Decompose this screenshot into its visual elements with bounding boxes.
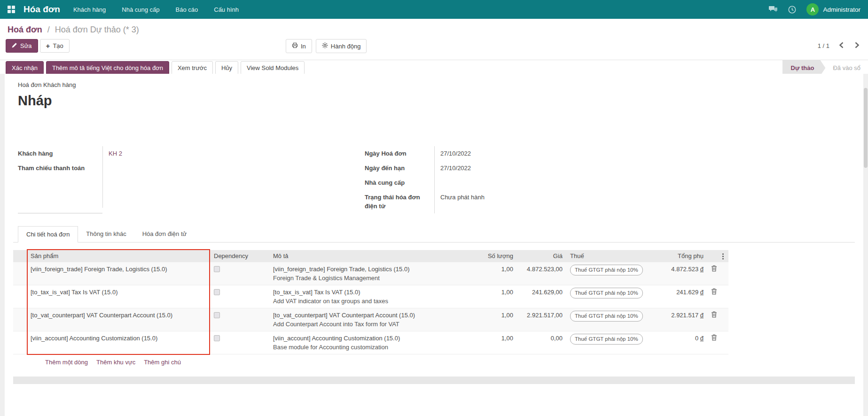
- tab-einvoice[interactable]: Hóa đơn điện tử: [134, 226, 195, 243]
- cancel-button[interactable]: Hủy: [215, 61, 238, 75]
- column-tax[interactable]: Thuế: [566, 250, 652, 262]
- view-sold-modules-button[interactable]: View Sold Modules: [241, 61, 305, 75]
- cell-quantity: 1,00: [463, 308, 517, 331]
- tab-other-info[interactable]: Thông tin khác: [78, 226, 134, 243]
- add-vietnamese-description-button[interactable]: Thêm mô tả tiếng Việt cho dòng hóa đơn: [46, 61, 169, 75]
- cell-product: [to_vat_counterpart] VAT Counterpart Acc…: [27, 308, 210, 331]
- currency-symbol: đ: [700, 289, 704, 296]
- apps-grid-icon[interactable]: [8, 6, 15, 13]
- main-menu: Khách hàng Nhà cung cấp Báo cáo Cấu hình: [73, 6, 239, 13]
- table-row[interactable]: [to_tax_is_vat] Tax Is VAT (15.0) [to_ta…: [13, 285, 728, 308]
- add-line-link[interactable]: Thêm một dòng: [45, 359, 88, 366]
- dependency-checkbox[interactable]: [214, 335, 220, 341]
- column-quantity[interactable]: Số lượng: [463, 250, 517, 262]
- user-menu[interactable]: A Administrator: [806, 3, 860, 16]
- table-row[interactable]: [viin_account] Accounting Customization …: [13, 331, 728, 354]
- dependency-checkbox[interactable]: [214, 312, 220, 318]
- tab-invoice-lines[interactable]: Chi tiết hoá đơn: [18, 226, 78, 243]
- row-handle-header: [13, 250, 27, 262]
- cell-description: [to_vat_counterpart] VAT Counterpart Acc…: [269, 308, 463, 331]
- menu-vendors[interactable]: Nhà cung cấp: [122, 6, 159, 13]
- create-button[interactable]: + Tạo: [40, 39, 70, 53]
- menu-settings[interactable]: Cấu hình: [214, 6, 239, 13]
- column-description[interactable]: Mô tả: [269, 250, 463, 262]
- currency-symbol: đ: [700, 335, 704, 342]
- user-avatar: A: [806, 3, 819, 16]
- delete-row-button[interactable]: [711, 265, 717, 272]
- cell-quantity: 1,00: [463, 262, 517, 285]
- vertical-scrollbar-thumb[interactable]: [864, 88, 868, 168]
- column-product[interactable]: Sản phẩm: [27, 250, 210, 262]
- menu-customers[interactable]: Khách hàng: [73, 6, 106, 13]
- table-header-row: Sản phẩm Dependency Mô tả Số lượng Giá T…: [13, 250, 728, 262]
- confirm-button[interactable]: Xác nhận: [6, 61, 44, 75]
- customer-label: Khách hàng: [18, 146, 102, 161]
- plus-icon: +: [46, 43, 50, 48]
- vertical-scrollbar-track[interactable]: [863, 74, 868, 416]
- tax-badge: Thuế GTGT phải nộp 10%: [570, 265, 643, 275]
- table-row[interactable]: [to_vat_counterpart] VAT Counterpart Acc…: [13, 308, 728, 331]
- tax-badge: Thuế GTGT phải nộp 10%: [570, 334, 643, 345]
- add-note-link[interactable]: Thêm ghi chú: [144, 359, 181, 366]
- action-button[interactable]: Hành động: [316, 39, 367, 53]
- breadcrumb-parent[interactable]: Hoá đơn: [8, 25, 42, 34]
- payment-reference-value: [102, 161, 365, 208]
- supplier-label: Nhà cung cấp: [365, 175, 434, 190]
- cell-price: 2.921.517,00: [517, 308, 566, 331]
- pager-next-button[interactable]: [853, 41, 860, 51]
- field-customer: Khách hàng KH 2: [18, 146, 365, 161]
- activities-clock-icon[interactable]: [788, 6, 796, 14]
- messages-icon[interactable]: [768, 6, 778, 13]
- cell-quantity: 1,00: [463, 331, 517, 354]
- navbar-right: A Administrator: [768, 3, 860, 16]
- dependency-checkbox[interactable]: [214, 289, 220, 295]
- currency-symbol: đ: [700, 266, 704, 273]
- delete-row-button[interactable]: [711, 334, 717, 341]
- preview-button[interactable]: Xem trước: [172, 61, 213, 75]
- customer-value-link[interactable]: KH 2: [109, 150, 122, 157]
- field-due-date: Ngày đến hạn 27/10/2022: [365, 161, 855, 175]
- column-subtotal[interactable]: Tổng phụ: [652, 250, 707, 262]
- optional-columns-header: [707, 250, 728, 262]
- page-title: Nháp: [18, 93, 855, 109]
- cell-quantity: 1,00: [463, 285, 517, 308]
- dependency-checkbox[interactable]: [214, 266, 220, 272]
- field-supplier: Nhà cung cấp: [365, 175, 855, 190]
- cell-product: [viin_account] Accounting Customization …: [27, 331, 210, 354]
- table-row[interactable]: [viin_foreign_trade] Foreign Trade, Logi…: [13, 262, 728, 285]
- invoice-date-value: 27/10/2022: [434, 146, 855, 161]
- field-payment-reference: Tham chiếu thanh toán: [18, 161, 365, 208]
- column-dependency[interactable]: Dependency: [210, 250, 269, 262]
- breadcrumb-current: Hoá đơn Dự thảo (* 3): [55, 25, 139, 34]
- edit-button[interactable]: Sửa: [6, 39, 38, 53]
- menu-reports[interactable]: Báo cáo: [176, 6, 198, 13]
- add-section-link[interactable]: Thêm khu vực: [96, 359, 135, 366]
- top-navbar: Hóa đơn Khách hàng Nhà cung cấp Báo cáo …: [0, 0, 868, 19]
- horizontal-scrollbar[interactable]: [13, 377, 855, 384]
- cell-subtotal: 2.921.517 đ: [652, 308, 707, 331]
- page-background: Hoá đơn Khách hàng Nháp Khách hàng KH 2 …: [0, 74, 868, 416]
- cell-description: [to_tax_is_vat] Tax Is VAT (15.0) Add VA…: [269, 285, 463, 308]
- cell-subtotal: 0 đ: [652, 331, 707, 354]
- notebook-tabs: Chi tiết hoá đơn Thông tin khác Hóa đơn …: [13, 226, 855, 243]
- cell-description: [viin_foreign_trade] Foreign Trade, Logi…: [269, 262, 463, 285]
- cell-subtotal: 241.629 đ: [652, 285, 707, 308]
- supplier-value: [434, 175, 855, 190]
- table-footer-links: Thêm một dòng Thêm khu vực Thêm ghi chú: [13, 354, 728, 370]
- tax-badge: Thuế GTGT phải nộp 10%: [570, 311, 643, 322]
- payment-reference-label: Tham chiếu thanh toán: [18, 161, 102, 208]
- cell-description: [viin_account] Accounting Customization …: [269, 331, 463, 354]
- app-brand[interactable]: Hóa đơn: [23, 4, 60, 15]
- form-sheet: Hoá đơn Khách hàng Nháp Khách hàng KH 2 …: [5, 74, 863, 416]
- delete-row-button[interactable]: [711, 311, 717, 318]
- optional-columns-icon[interactable]: [722, 253, 724, 255]
- pager-previous-button[interactable]: [838, 41, 845, 51]
- print-button[interactable]: In: [286, 39, 312, 53]
- delete-row-button[interactable]: [711, 288, 717, 295]
- document-type-label: Hoá đơn Khách hàng: [18, 81, 855, 88]
- tax-badge: Thuế GTGT phải nộp 10%: [570, 288, 643, 298]
- column-price[interactable]: Giá: [517, 250, 566, 262]
- breadcrumb: Hoá đơn / Hoá đơn Dự thảo (* 3): [0, 19, 868, 38]
- cell-product: [to_tax_is_vat] Tax Is VAT (15.0): [27, 285, 210, 308]
- cell-price: 241.629,00: [517, 285, 566, 308]
